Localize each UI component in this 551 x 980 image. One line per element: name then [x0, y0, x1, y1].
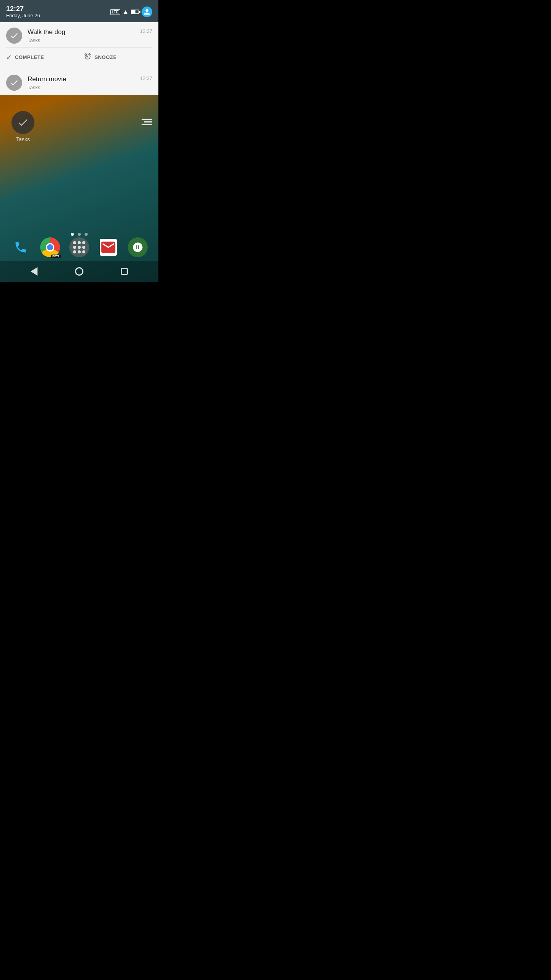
complete-icon: ✓	[6, 53, 12, 62]
back-icon	[31, 267, 37, 276]
notifications-area: Walk the dog Tasks 12:27 ✓ COMPLETE SNOO…	[0, 22, 158, 95]
tasks-app-icon[interactable]: Tasks	[11, 111, 34, 142]
notification-walk-the-dog[interactable]: Walk the dog Tasks 12:27 ✓ COMPLETE SNOO…	[0, 22, 158, 69]
menu-line-1	[142, 119, 152, 120]
notification-title-walk: Walk the dog	[28, 28, 140, 36]
hangouts-icon[interactable]	[128, 237, 148, 257]
apps-dot	[73, 246, 76, 249]
apps-dot	[78, 246, 81, 249]
apps-icon[interactable]	[69, 237, 89, 257]
status-date: Friday, June 26	[6, 13, 40, 18]
complete-label: COMPLETE	[15, 54, 44, 60]
recents-button[interactable]	[117, 265, 131, 278]
apps-dots-grid	[73, 241, 85, 253]
notification-icon-movie	[6, 75, 22, 91]
apps-dot	[73, 241, 76, 244]
notification-content-walk: Walk the dog Tasks	[28, 28, 140, 43]
apps-dot	[73, 250, 76, 253]
menu-line-3	[142, 124, 152, 125]
chrome-beta-badge: BETA	[51, 255, 61, 258]
notification-time-movie: 12:27	[140, 75, 152, 81]
tasks-icon-label: Tasks	[16, 136, 30, 142]
notification-subtitle-movie: Tasks	[28, 85, 140, 90]
gmail-icon[interactable]	[98, 237, 118, 257]
chrome-beta-icon[interactable]: BETA	[40, 237, 60, 257]
notification-actions-walk: ✓ COMPLETE SNOOZE	[0, 48, 158, 69]
dock: BETA	[0, 234, 158, 261]
menu-lines-icon	[142, 119, 152, 125]
recents-icon	[121, 268, 128, 275]
notification-content-movie: Return movie Tasks	[28, 75, 140, 90]
apps-dot	[82, 246, 85, 249]
snooze-label: SNOOZE	[95, 54, 117, 60]
apps-dot	[82, 241, 85, 244]
status-icons: LTE ▲	[110, 7, 152, 17]
phone-icon[interactable]	[11, 237, 31, 257]
back-button[interactable]	[27, 265, 41, 278]
avatar-icon[interactable]	[142, 7, 152, 17]
complete-button[interactable]: ✓ COMPLETE	[6, 49, 75, 65]
signal-icon: ▲	[122, 8, 129, 15]
status-time: 12:27	[6, 5, 40, 13]
home-button[interactable]	[72, 265, 86, 278]
nav-bar	[0, 261, 158, 282]
battery-icon	[131, 10, 139, 14]
status-time-date: 12:27 Friday, June 26	[6, 5, 40, 19]
menu-line-2	[144, 121, 152, 122]
tasks-icon-circle	[11, 111, 34, 134]
lte-icon: LTE	[110, 9, 120, 15]
notification-time-walk: 12:27	[140, 28, 152, 34]
notification-title-movie: Return movie	[28, 75, 140, 83]
home-icon	[75, 267, 83, 276]
snooze-icon	[84, 52, 91, 62]
status-bar: 12:27 Friday, June 26 LTE ▲	[0, 0, 158, 22]
apps-dot	[82, 250, 85, 253]
apps-dot	[78, 241, 81, 244]
notification-subtitle-walk: Tasks	[28, 38, 140, 43]
notification-icon-walk	[6, 28, 22, 44]
notification-return-movie[interactable]: Return movie Tasks 12:27	[0, 69, 158, 95]
menu-icon-container[interactable]	[142, 119, 152, 125]
apps-dot	[78, 250, 81, 253]
snooze-button[interactable]: SNOOZE	[84, 49, 152, 65]
